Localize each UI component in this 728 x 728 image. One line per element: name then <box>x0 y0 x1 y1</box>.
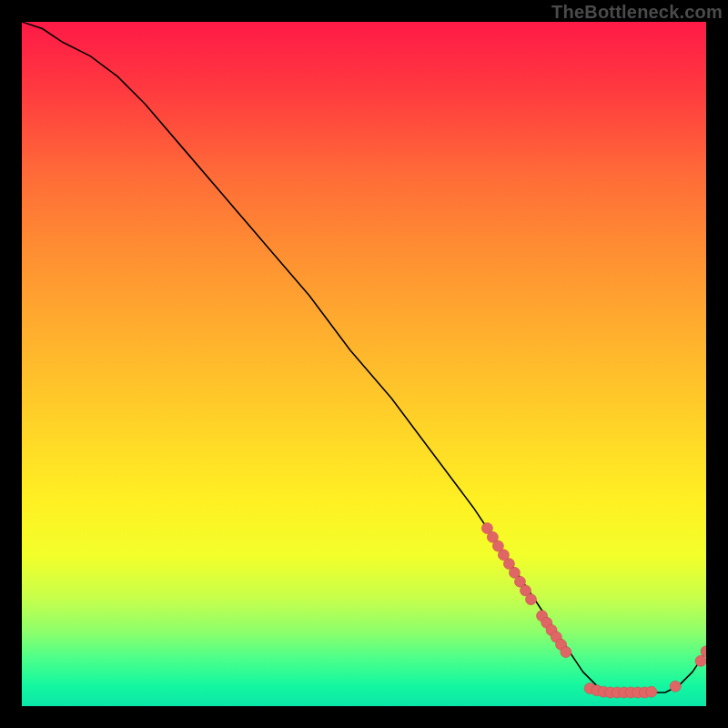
data-point <box>525 594 536 605</box>
data-point <box>701 646 706 657</box>
plot-area <box>22 22 706 706</box>
watermark-text: TheBottleneck.com <box>551 2 723 23</box>
data-point <box>670 681 681 692</box>
data-point <box>695 655 706 666</box>
data-markers <box>481 522 706 697</box>
chart-svg <box>22 22 706 706</box>
data-point <box>646 686 657 697</box>
bottleneck-curve <box>22 22 706 693</box>
chart-container: TheBottleneck.com <box>0 0 728 728</box>
data-point <box>561 647 571 658</box>
